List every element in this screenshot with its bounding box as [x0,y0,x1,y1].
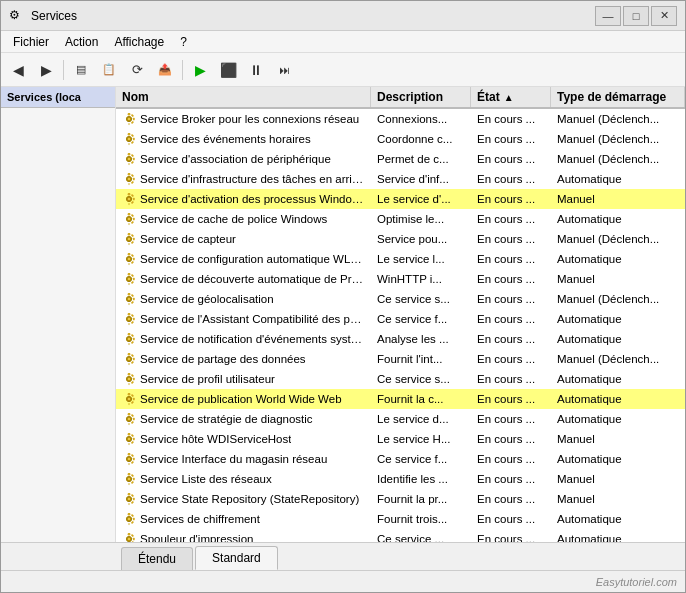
table-row[interactable]: Service Interface du magasin réseauCe se… [116,449,685,469]
properties-button[interactable]: 📋 [96,57,122,83]
table-row[interactable]: Service de configuration automatique WLA… [116,249,685,269]
service-name: Spouleur d'impression [140,533,253,542]
svg-rect-16 [131,154,134,157]
cell-nom: Spouleur d'impression [116,531,371,542]
refresh-button[interactable]: ⟳ [124,57,150,83]
svg-rect-127 [128,473,131,475]
tab-etendu[interactable]: Étendu [121,547,193,570]
cell-nom: Service de stratégie de diagnostic [116,411,371,427]
cell-description: Ce service s... [371,372,471,386]
cell-etat: En cours ... [471,172,551,186]
cell-nom: Service de configuration automatique WLA… [116,251,371,267]
cell-nom: Service Broker pour les connexions résea… [116,111,371,127]
cell-description: Ce service f... [371,312,471,326]
service-icon [122,232,136,246]
header-etat[interactable]: État ▲ [471,87,551,107]
service-name: Service de profil utilisateur [140,373,275,385]
table-row[interactable]: Service hôte WDIServiceHostLe service H.… [116,429,685,449]
svg-rect-10 [133,138,135,141]
service-icon [122,252,136,266]
pause-button[interactable]: ⏸ [243,57,269,83]
table-row[interactable]: Service de profil utilisateurCe service … [116,369,685,389]
table-row[interactable]: Service d'association de périphériquePer… [116,149,685,169]
status-bar: Easytutoriel.com [1,570,685,592]
table-row[interactable]: Service de découverte automatique de Pro… [116,269,685,289]
service-icon [122,452,136,466]
table-row[interactable]: Service de notification d'événements sys… [116,329,685,349]
stop-button[interactable]: ⬛ [215,57,241,83]
table-row[interactable]: Spouleur d'impressionCe service ...En co… [116,529,685,542]
table-row[interactable]: Service de partage des donnéesFournit l'… [116,349,685,369]
svg-rect-113 [128,433,131,435]
table-row[interactable]: Service de publication World Wide WebFou… [116,389,685,409]
svg-rect-74 [131,321,134,324]
table-row[interactable]: Service de géolocalisationCe service s..… [116,289,685,309]
table-row[interactable]: Service des événements horairesCoordonne… [116,129,685,149]
svg-rect-31 [133,198,135,201]
bottom-tabs: Étendu Standard [1,542,685,570]
svg-rect-65 [131,294,134,297]
cell-etat: En cours ... [471,272,551,286]
table-row[interactable]: Service State Repository (StateRepositor… [116,489,685,509]
table-row[interactable]: Service de stratégie de diagnosticLe ser… [116,409,685,429]
header-nom[interactable]: Nom [116,87,371,107]
svg-rect-2 [131,114,134,117]
export-button[interactable]: 📤 [152,57,178,83]
services-list[interactable]: Service Broker pour les connexions résea… [116,109,685,542]
cell-nom: Service de géolocalisation [116,291,371,307]
cell-description: Analyse les ... [371,332,471,346]
table-row[interactable]: Service Broker pour les connexions résea… [116,109,685,129]
cell-nom: Service de profil utilisateur [116,371,371,387]
forward-button[interactable]: ▶ [33,57,59,83]
table-row[interactable]: Service Liste des réseauxIdentifie les .… [116,469,685,489]
svg-rect-24 [133,178,135,181]
service-name: Service State Repository (StateRepositor… [140,493,359,505]
svg-rect-1 [128,113,131,115]
svg-rect-136 [133,498,135,501]
menu-action[interactable]: Action [57,33,106,51]
svg-rect-59 [133,278,135,281]
maximize-button[interactable]: □ [623,6,649,26]
table-row[interactable]: Service de l'Assistant Compatibilité des… [116,309,685,329]
svg-rect-135 [131,494,134,497]
restart-button[interactable]: ⏭ [271,57,297,83]
minimize-button[interactable]: — [595,6,621,26]
service-icon [122,112,136,126]
menu-fichier[interactable]: Fichier [5,33,57,51]
cell-type: Manuel (Déclench... [551,232,685,246]
table-row[interactable]: Services de chiffrementFournit trois...E… [116,509,685,529]
menu-help[interactable]: ? [172,33,195,51]
service-name: Service de stratégie de diagnostic [140,413,313,425]
svg-rect-79 [131,334,134,337]
service-icon [122,152,136,166]
svg-rect-66 [133,298,135,301]
header-description[interactable]: Description [371,87,471,107]
svg-rect-95 [131,381,134,384]
menu-affichage[interactable]: Affichage [106,33,172,51]
svg-rect-148 [128,533,131,535]
table-row[interactable]: Service d'infrastructure des tâches en a… [116,169,685,189]
svg-rect-4 [131,121,134,124]
back-button[interactable]: ◀ [5,57,31,83]
svg-rect-108 [133,418,135,421]
start-button[interactable]: ▶ [187,57,213,83]
svg-rect-141 [128,513,131,515]
table-row[interactable]: Service de capteurService pou...En cours… [116,229,685,249]
cell-type: Automatique [551,532,685,542]
header-type[interactable]: Type de démarrage [551,87,685,107]
service-icon [122,172,136,186]
svg-rect-100 [131,394,134,397]
show-hide-button[interactable]: ▤ [68,57,94,83]
svg-point-132 [128,478,131,481]
table-row[interactable]: Service d'activation des processus Windo… [116,189,685,209]
tab-standard[interactable]: Standard [195,546,278,570]
cell-type: Automatique [551,312,685,326]
svg-rect-72 [131,314,134,317]
cell-type: Automatique [551,412,685,426]
close-button[interactable]: ✕ [651,6,677,26]
svg-point-55 [128,258,131,261]
svg-rect-71 [128,313,131,315]
toolbar-separator-2 [182,60,183,80]
table-row[interactable]: Service de cache de police WindowsOptimi… [116,209,685,229]
svg-rect-134 [128,493,131,495]
